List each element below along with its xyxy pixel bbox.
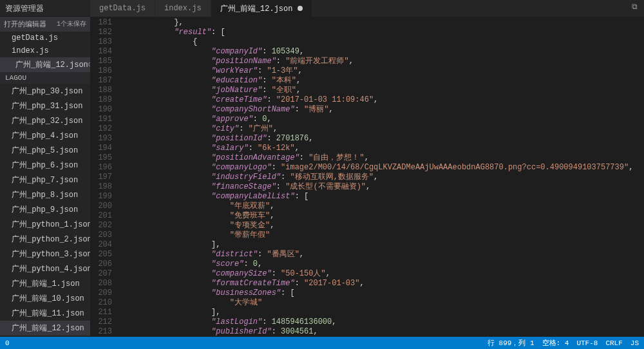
open-editor-label: 广州_前端_12.json bbox=[15, 59, 88, 70]
code-line[interactable]: "免费班车", bbox=[118, 211, 644, 221]
open-editors-header[interactable]: 打开的编辑器 1个未保存 bbox=[0, 17, 90, 32]
unsaved-badge: 1个未保存 bbox=[57, 19, 86, 29]
tab-label: 广州_前端_12.json bbox=[220, 3, 293, 14]
file-item[interactable]: 广州_php_31.json bbox=[0, 99, 90, 113]
code-line[interactable]: "workYear": "1-3年", bbox=[118, 66, 644, 76]
status-bar: 0 行 899，列 1 空格: 4 UTF-8 CRLF JS bbox=[0, 337, 644, 349]
code-line[interactable]: "companyShortName": "博丽", bbox=[118, 105, 644, 115]
tab-label: getData.js bbox=[99, 4, 146, 13]
code-line[interactable]: "jobNature": "全职", bbox=[118, 86, 644, 95]
code-line[interactable]: "salary": "6k-12k", bbox=[118, 144, 644, 153]
status-left[interactable]: 0 bbox=[5, 339, 10, 347]
code-line[interactable]: "带薪年假" bbox=[118, 231, 644, 240]
status-language[interactable]: JS bbox=[630, 339, 639, 347]
code-line[interactable]: "approve": 0, bbox=[118, 115, 644, 124]
code-line[interactable]: "positionName": "前端开发工程师", bbox=[118, 57, 644, 66]
tab-0[interactable]: getData.js bbox=[90, 0, 155, 17]
code-line[interactable]: "companySize": "50-150人", bbox=[118, 269, 644, 279]
code-line[interactable]: "city": "广州", bbox=[118, 124, 644, 134]
tab-1[interactable]: index.js bbox=[155, 0, 211, 17]
line-number-gutter: 181 182 183 184 185 186 187 188 189 190 … bbox=[90, 17, 118, 337]
sidebar: 打开的编辑器 1个未保存 getData.jsindex.js广州_前端_12.… bbox=[0, 17, 90, 337]
open-editors-title: 打开的编辑器 bbox=[4, 19, 46, 29]
file-item[interactable]: 广州_php_9.json bbox=[0, 202, 90, 217]
open-editor-label: getData.js bbox=[12, 33, 58, 42]
code-line[interactable]: "companyLogo": "image2/M00/14/68/CgqLKVZ… bbox=[118, 163, 644, 173]
file-item[interactable]: 广州_前端_11.json bbox=[0, 306, 90, 321]
code-line[interactable]: "district": "番禺区", bbox=[118, 250, 644, 259]
tab-label: index.js bbox=[164, 4, 202, 13]
code-line[interactable]: "companyId": 105349, bbox=[118, 47, 644, 57]
editor[interactable]: 181 182 183 184 185 186 187 188 189 190 … bbox=[90, 17, 644, 337]
explorer-title: 资源管理器 bbox=[0, 0, 90, 17]
open-editor-label: index.js bbox=[12, 46, 49, 55]
open-editor-item[interactable]: getData.js bbox=[0, 32, 90, 44]
file-item[interactable]: 广州_python_4.json bbox=[0, 261, 90, 276]
code-line[interactable]: "大学城" bbox=[118, 298, 644, 308]
file-item[interactable]: 广州_php_6.json bbox=[0, 158, 90, 173]
code-line[interactable]: "lastLogin": 1485946136000, bbox=[118, 317, 644, 327]
code-line[interactable]: "positionAdvantage": "自由，梦想！", bbox=[118, 153, 644, 163]
code-line[interactable]: "score": 0, bbox=[118, 259, 644, 269]
code-line[interactable]: }, bbox=[118, 18, 644, 28]
code-line[interactable]: "专项奖金", bbox=[118, 221, 644, 231]
file-item[interactable]: 广州_php_4.json bbox=[0, 128, 90, 143]
tab-bar: getData.jsindex.js广州_前端_12.json⧉ bbox=[90, 0, 644, 17]
code-line[interactable]: "businessZones": [ bbox=[118, 288, 644, 298]
file-item[interactable]: 广州_前端_12.json bbox=[0, 321, 90, 335]
file-item[interactable]: 广州_python_1.json bbox=[0, 217, 90, 232]
file-item[interactable]: 广州_前端_1.json bbox=[0, 276, 90, 291]
file-item[interactable]: 广州_python_2.json bbox=[0, 232, 90, 247]
code-line[interactable]: "createTime": "2017-01-03 11:09:46", bbox=[118, 95, 644, 105]
file-item[interactable]: 广州_php_5.json bbox=[0, 143, 90, 158]
status-eol[interactable]: CRLF bbox=[605, 339, 622, 347]
code-line[interactable]: "publisherId": 3004561, bbox=[118, 327, 644, 337]
code-line[interactable]: "financeStage": "成长型(不需要融资)", bbox=[118, 182, 644, 192]
code-line[interactable]: "industryField": "移动互联网,数据服务", bbox=[118, 173, 644, 182]
file-item[interactable]: 广州_前端_10.json bbox=[0, 291, 90, 306]
code-line[interactable]: ], bbox=[118, 308, 644, 317]
file-item[interactable]: 广州_php_7.json bbox=[0, 173, 90, 187]
code-line[interactable]: "companyLabelList": [ bbox=[118, 192, 644, 202]
dirty-dot-icon bbox=[298, 6, 303, 11]
code-line[interactable]: "formatCreateTime": "2017-01-03", bbox=[118, 279, 644, 288]
split-editor-icon[interactable]: ⧉ bbox=[625, 0, 644, 17]
file-item[interactable]: 广州_php_32.json bbox=[0, 113, 90, 128]
status-indent[interactable]: 空格: 4 bbox=[542, 338, 569, 348]
code-line[interactable]: "result": [ bbox=[118, 28, 644, 37]
code-line[interactable]: "年底双薪", bbox=[118, 202, 644, 211]
code-line[interactable]: { bbox=[118, 37, 644, 47]
file-item[interactable]: 广州_python_3.json bbox=[0, 247, 90, 261]
code-area[interactable]: }, "result": [ { "companyId": 105349, "p… bbox=[118, 17, 644, 337]
code-line[interactable]: ], bbox=[118, 240, 644, 250]
file-item[interactable]: 广州_php_30.json bbox=[0, 84, 90, 99]
workspace-header[interactable]: LAGOU bbox=[0, 72, 90, 84]
tab-2[interactable]: 广州_前端_12.json bbox=[211, 0, 313, 17]
file-item[interactable]: 广州_php_8.json bbox=[0, 187, 90, 202]
status-cursor[interactable]: 行 899，列 1 bbox=[488, 338, 535, 348]
status-encoding[interactable]: UTF-8 bbox=[576, 339, 598, 347]
code-line[interactable]: "positionId": 2701876, bbox=[118, 134, 644, 144]
open-editor-item[interactable]: index.js bbox=[0, 44, 90, 57]
code-line[interactable]: "education": "本科", bbox=[118, 76, 644, 86]
open-editor-item[interactable]: 广州_前端_12.jsondata bbox=[0, 57, 90, 72]
